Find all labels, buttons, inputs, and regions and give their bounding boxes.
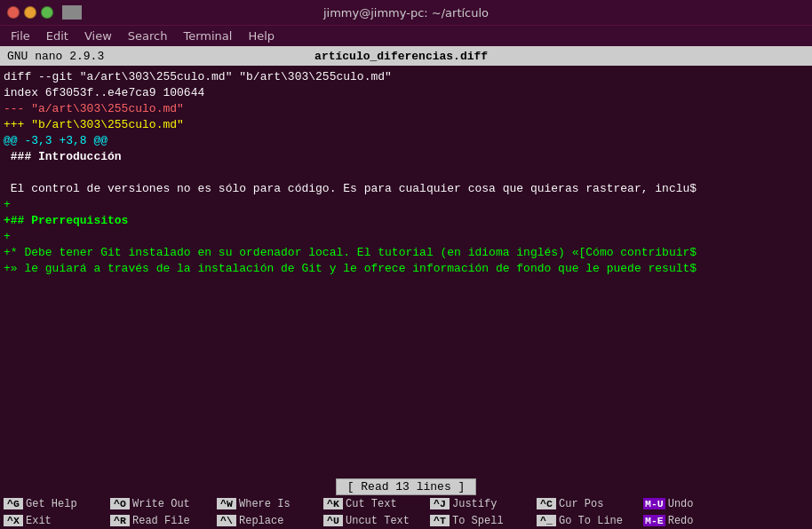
shortcut-item[interactable]: M-ERedo: [640, 515, 746, 527]
shortcut-label: Replace: [239, 515, 283, 527]
editor-line: ### Introducción: [0, 149, 812, 165]
editor-line: El control de versiones no es sólo para …: [0, 181, 812, 197]
shortcut-item[interactable]: ^WWhere Is: [213, 498, 320, 510]
shortcut-key: ^G: [4, 498, 23, 509]
shortcut-item[interactable]: ^UUncut Text: [320, 515, 426, 527]
shortcut-label: Get Help: [26, 498, 77, 510]
minimize-button[interactable]: [24, 6, 36, 19]
menu-edit[interactable]: Edit: [39, 28, 76, 44]
shortcut-item[interactable]: M-UUndo: [640, 498, 746, 510]
close-button[interactable]: [7, 6, 20, 19]
editor-line: +++ "b/art\303\255culo.md": [0, 117, 812, 133]
shortcut-key: ^X: [4, 515, 23, 526]
shortcut-item[interactable]: ^XExit: [0, 515, 107, 527]
editor-line: +: [0, 197, 812, 213]
window-title: jimmy@jimmy-pc: ~/artículo: [323, 6, 489, 20]
shortcut-label: Undo: [668, 498, 694, 510]
editor-line: --- "a/art\303\255culo.md": [0, 101, 812, 117]
nano-version: GNU nano 2.9.3: [7, 50, 104, 63]
shortcut-key: ^_: [537, 515, 556, 526]
shortcut-item[interactable]: ^OWrite Out: [107, 498, 213, 510]
shortcut-key: ^U: [323, 515, 343, 526]
nano-filename: artículo_diferencias.diff: [314, 50, 488, 63]
editor-line: diff --git "a/art\303\255culo.md" "b/art…: [0, 69, 812, 85]
window-buttons: [7, 6, 53, 19]
title-bar: jimmy@jimmy-pc: ~/artículo: [0, 0, 812, 25]
shortcut-item[interactable]: ^CCur Pos: [533, 498, 640, 510]
editor-line: +: [0, 229, 812, 245]
editor-line: +## Prerrequisitos: [0, 213, 812, 229]
nano-header: GNU nano 2.9.3 artículo_diferencias.diff: [0, 46, 812, 66]
shortcut-label: Go To Line: [559, 515, 623, 527]
shortcut-label: Cur Pos: [559, 498, 603, 510]
shortcut-label: Uncut Text: [346, 515, 410, 527]
shortcut-label: Write Out: [132, 498, 190, 510]
window-icon: [62, 5, 82, 20]
shortcut-row-1: ^GGet Help^OWrite Out^WWhere Is^KCut Tex…: [0, 495, 812, 512]
shortcut-key: M-U: [643, 498, 665, 509]
maximize-button[interactable]: [41, 6, 53, 19]
editor-line: +» le guiará a través de la instalación …: [0, 261, 812, 277]
shortcut-item[interactable]: ^KCut Text: [320, 498, 426, 510]
shortcut-label: Cut Text: [346, 498, 397, 510]
shortcut-label: To Spell: [452, 515, 504, 527]
shortcut-label: Where Is: [239, 498, 291, 510]
shortcut-key: ^R: [110, 515, 130, 526]
editor-line: @@ -3,3 +3,8 @@: [0, 133, 812, 149]
shortcut-label: Read File: [132, 515, 190, 527]
shortcut-bar: ^GGet Help^OWrite Out^WWhere Is^KCut Tex…: [0, 495, 812, 529]
shortcut-item[interactable]: ^TTo Spell: [426, 515, 533, 527]
editor-line: [0, 165, 812, 181]
shortcut-label: Justify: [452, 498, 497, 510]
shortcut-item[interactable]: ^JJustify: [426, 498, 533, 510]
shortcut-label: Exit: [26, 515, 52, 527]
shortcut-item[interactable]: ^GGet Help: [0, 498, 107, 510]
menu-view[interactable]: View: [77, 28, 119, 44]
editor-area[interactable]: diff --git "a/art\303\255culo.md" "b/art…: [0, 66, 812, 478]
shortcut-item[interactable]: ^\Replace: [213, 515, 320, 527]
shortcut-item[interactable]: ^_Go To Line: [533, 515, 640, 527]
shortcut-key: ^C: [537, 498, 556, 509]
shortcut-item[interactable]: ^RRead File: [107, 515, 213, 527]
menu-file[interactable]: File: [4, 28, 37, 44]
shortcut-key: ^O: [110, 498, 130, 509]
status-message: [ Read 13 lines ]: [336, 478, 477, 495]
editor-line: index 6f3053f..e4e7ca9 100644: [0, 85, 812, 101]
shortcut-row-2: ^XExit^RRead File^\Replace^UUncut Text^T…: [0, 512, 812, 529]
menu-help[interactable]: Help: [241, 28, 282, 44]
shortcut-key: ^W: [217, 498, 236, 509]
shortcut-key: ^\: [217, 515, 236, 526]
status-bar: [ Read 13 lines ]: [0, 478, 812, 495]
shortcut-key: ^K: [323, 498, 343, 509]
shortcut-key: M-E: [643, 515, 665, 526]
menu-bar: File Edit View Search Terminal Help: [0, 25, 812, 46]
menu-search[interactable]: Search: [121, 28, 175, 44]
menu-terminal[interactable]: Terminal: [176, 28, 239, 44]
shortcut-label: Redo: [668, 515, 694, 527]
shortcut-key: ^J: [430, 498, 450, 509]
editor-line: +* Debe tener Git instalado en su ordena…: [0, 245, 812, 261]
shortcut-key: ^T: [430, 515, 450, 526]
